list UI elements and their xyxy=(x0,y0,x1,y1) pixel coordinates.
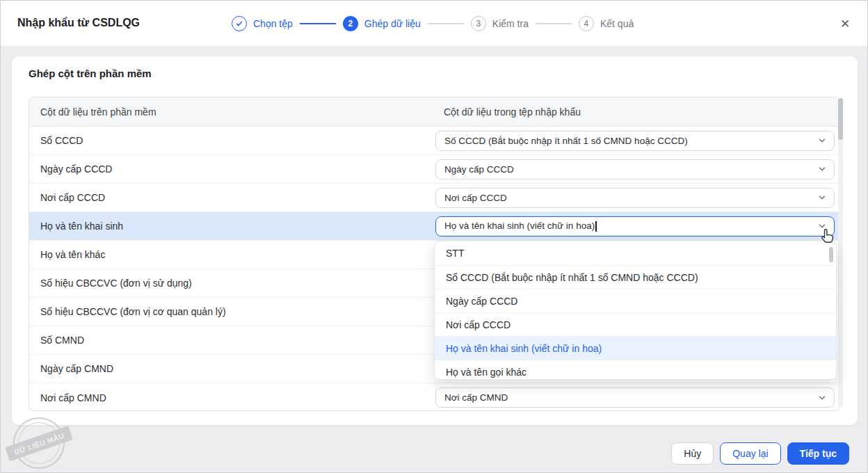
text-caret xyxy=(595,221,597,232)
field-label: Ngày cấp CCCD xyxy=(29,163,433,175)
step-ket-qua: 4 Kết quả xyxy=(579,16,634,31)
dropdown-option[interactable]: Số CCCD (Bắt buộc nhập ít nhất 1 số CMND… xyxy=(435,265,836,289)
step-done-circle xyxy=(232,16,247,31)
field-label: Số CMND xyxy=(29,335,433,346)
import-dialog: Nhập khẩu từ CSDLQG Chọn tệp 2 Ghép dữ l… xyxy=(0,0,868,473)
dropdown-option[interactable]: Nơi cấp CCCD xyxy=(435,312,836,336)
mapping-select-noi-cap-cccd[interactable]: Nơi cấp CCCD xyxy=(435,188,835,208)
dialog-title: Nhập khẩu từ CSDLQG xyxy=(17,17,140,29)
mapping-combobox-ho-ten-khai-sinh[interactable]: Họ và tên khai sinh (viết chữ in hoa) xyxy=(435,216,835,236)
step-chon-tep: Chọn tệp xyxy=(232,16,293,31)
footer-actions: Hủy Quay lại Tiếp tục xyxy=(671,442,849,465)
step-label: Chọn tệp xyxy=(253,18,293,29)
stepper: Chọn tệp 2 Ghép dữ liệu 3 Kiểm tra 4 Kết… xyxy=(232,1,634,47)
continue-button[interactable]: Tiếp tục xyxy=(787,442,849,465)
table-scrollbar-track[interactable] xyxy=(838,98,843,407)
chevron-down-icon xyxy=(817,193,827,202)
table-row: Nơi cấp CMND Nơi cấp CMND xyxy=(29,383,840,411)
field-label: Nơi cấp CMND xyxy=(29,392,433,403)
table-row: Ngày cấp CCCD Ngày cấp CCCD xyxy=(29,155,840,184)
step-number: 2 xyxy=(343,16,358,31)
check-icon xyxy=(235,19,243,28)
table-row: Số CCCD Số CCCD (Bắt buộc nhập ít nhất 1… xyxy=(29,127,840,155)
step-number: 3 xyxy=(471,16,486,31)
step-connector xyxy=(300,23,336,24)
select-value: Nơi cấp CMND xyxy=(444,392,508,403)
combobox-value: Họ và tên khai sinh (viết chữ in hoa) xyxy=(444,221,597,232)
table-row: Nơi cấp CCCD Nơi cấp CCCD xyxy=(29,184,840,212)
field-label: Số CCCD xyxy=(29,135,433,146)
column-header-software: Cột dữ liệu trên phần mềm xyxy=(29,106,433,118)
step-kiem-tra: 3 Kiểm tra xyxy=(471,16,529,31)
step-number: 4 xyxy=(579,16,594,31)
step-ghep-du-lieu: 2 Ghép dữ liệu xyxy=(343,16,421,31)
dropdown-option[interactable]: Ngày cấp CCCD xyxy=(435,289,836,312)
stamp-ribbon-text: DỮ LIỆU MẪU xyxy=(5,426,73,461)
field-label: Ngày cấp CMND xyxy=(29,363,433,374)
step-connector xyxy=(536,23,572,24)
step-label: Kết quả xyxy=(600,18,634,29)
field-label: Nơi cấp CCCD xyxy=(29,192,433,203)
select-value: Ngày cấp CCCD xyxy=(444,164,514,175)
section-heading: Ghép cột trên phần mềm xyxy=(29,67,152,79)
close-icon[interactable]: ✕ xyxy=(837,15,853,32)
chevron-down-icon xyxy=(817,164,827,174)
field-label: Họ và tên khai sinh xyxy=(29,221,433,232)
back-button[interactable]: Quay lại xyxy=(720,442,780,465)
cancel-button[interactable]: Hủy xyxy=(671,442,714,465)
select-value: Nơi cấp CCCD xyxy=(444,193,507,203)
step-connector xyxy=(428,23,464,24)
mapping-select-so-cccd[interactable]: Số CCCD (Bắt buộc nhập ít nhất 1 số CMND… xyxy=(435,131,835,151)
table-scrollbar-thumb[interactable] xyxy=(838,98,843,140)
table-row-active: Họ và tên khai sinh Họ và tên khai sinh … xyxy=(29,212,840,241)
mapping-select-noi-cap-cmnd[interactable]: Nơi cấp CMND xyxy=(435,387,835,408)
dropdown-option[interactable]: STT xyxy=(435,241,836,265)
select-value: Số CCCD (Bắt buộc nhập ít nhất 1 số CMND… xyxy=(444,136,688,146)
mapping-select-ngay-cap-cccd[interactable]: Ngày cấp CCCD xyxy=(435,159,835,179)
column-header-file: Cột dữ liệu trong tệp nhập khẩu xyxy=(433,106,840,118)
dropdown-option[interactable]: Họ và tên gọi khác xyxy=(435,360,836,380)
step-label: Kiểm tra xyxy=(492,18,529,29)
table-header-row: Cột dữ liệu trên phần mềm Cột dữ liệu tr… xyxy=(29,97,840,127)
dropdown-scrollbar-thumb[interactable] xyxy=(829,247,833,262)
field-label: Số hiệu CBCCVC (đơn vị cơ quan quản lý) xyxy=(29,306,433,317)
step-label: Ghép dữ liệu xyxy=(364,18,421,29)
mouse-cursor-icon xyxy=(819,227,836,246)
field-label: Họ và tên khác xyxy=(29,249,433,260)
dialog-header: Nhập khẩu từ CSDLQG Chọn tệp 2 Ghép dữ l… xyxy=(1,1,867,47)
dropdown-panel: STT Số CCCD (Bắt buộc nhập ít nhất 1 số … xyxy=(434,241,837,380)
dropdown-option-selected[interactable]: Họ và tên khai sinh (viết chữ in hoa) xyxy=(435,336,836,360)
field-label: Số hiệu CBCCVC (đơn vị sử dụng) xyxy=(29,278,433,289)
chevron-down-icon xyxy=(817,393,827,403)
chevron-down-icon xyxy=(817,136,827,145)
